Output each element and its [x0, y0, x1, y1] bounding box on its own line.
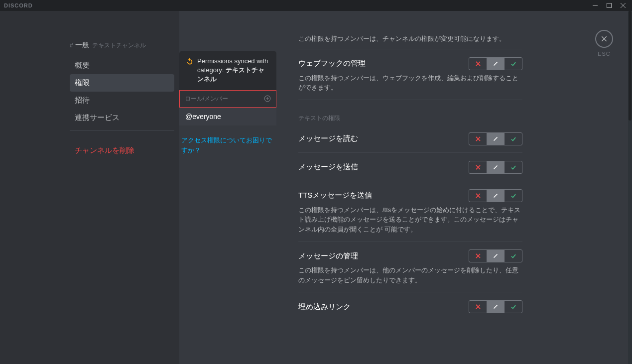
permission-toggle[interactable] — [469, 300, 522, 313]
permission-title: メッセージを読む — [298, 134, 358, 143]
minimize-button[interactable] — [588, 0, 602, 11]
sync-icon — [186, 58, 193, 65]
titlebar: DISCORD — [0, 0, 632, 11]
channel-header: # 一般 テキストチャンネル — [70, 41, 174, 50]
toggle-deny[interactable] — [469, 57, 487, 70]
permission-title: ウェブフックの管理 — [298, 59, 366, 68]
sidebar-item-invites[interactable]: 招待 — [70, 92, 174, 109]
permission-toggle[interactable] — [469, 132, 522, 145]
channel-name: 一般 — [75, 41, 89, 50]
permission-title: 埋め込みリンク — [298, 302, 351, 312]
app-brand: DISCORD — [4, 2, 33, 8]
toggle-passthrough[interactable] — [487, 161, 505, 174]
permission-title: メッセージを送信 — [298, 162, 358, 172]
permission-toggle[interactable] — [469, 57, 522, 70]
roles-header-label: ロール/メンバー — [185, 95, 228, 103]
settings-sidebar: # 一般 テキストチャンネル 概要 権限 招待 連携サービス チャンネルを削除 — [0, 11, 179, 364]
permissions-help-link[interactable]: アクセス権限についてお困りですか？ — [179, 125, 276, 156]
toggle-deny[interactable] — [469, 161, 487, 174]
toggle-deny[interactable] — [469, 300, 487, 313]
permission-row-embed-links: 埋め込みリンク — [298, 292, 522, 320]
roles-column: Permissions synced with category: テキストチャ… — [179, 11, 276, 364]
toggle-deny[interactable] — [469, 189, 487, 202]
close-settings[interactable]: ESC — [595, 30, 613, 57]
toggle-deny[interactable] — [469, 249, 487, 262]
close-button[interactable] — [616, 0, 630, 11]
roles-members-header[interactable]: ロール/メンバー — [179, 90, 276, 108]
toggle-allow[interactable] — [505, 300, 522, 313]
permissions-section-text: テキストの権限 — [298, 114, 522, 124]
toggle-allow[interactable] — [505, 161, 522, 174]
permissions-sync-notice: Permissions synced with category: テキストチャ… — [179, 51, 276, 90]
permission-row-tts: TTSメッセージを送信 この権限を持つメンバーは、/ttsをメッセージの始めに付… — [298, 181, 522, 242]
role-everyone[interactable]: @everyone — [179, 108, 276, 125]
close-icon[interactable] — [595, 30, 613, 48]
permission-toggle[interactable] — [469, 161, 522, 174]
permission-row-webhooks: ウェブフックの管理 この権限を持つメンバーは、ウェブフックを作成、編集および — [298, 49, 522, 100]
hash-icon: # — [70, 42, 73, 49]
permission-toggle[interactable] — [469, 249, 522, 262]
permission-description: この権限を持つメンバーは、他のメンバーのメッセージを削除したり、任意のメッセージ… — [298, 265, 522, 285]
toggle-allow[interactable] — [505, 57, 522, 70]
permission-description: この権限を持つメンバーは、/ttsをメッセージの始めに付けることで、テキスト読み… — [298, 205, 522, 235]
permission-description: この権限を持つメンバーは、ウェブフックを作成、編集および削除することができます。 — [298, 73, 522, 93]
toggle-allow[interactable] — [505, 132, 522, 145]
channel-subtitle: テキストチャンネル — [92, 41, 146, 50]
svg-rect-0 — [607, 3, 612, 8]
permission-row-read-messages: メッセージを読む — [298, 124, 522, 153]
toggle-passthrough[interactable] — [487, 57, 505, 70]
sidebar-item-overview[interactable]: 概要 — [70, 57, 174, 74]
toggle-deny[interactable] — [469, 132, 487, 145]
toggle-allow[interactable] — [505, 189, 522, 202]
permission-toggle[interactable] — [469, 189, 522, 202]
scrollbar-thumb[interactable] — [629, 11, 632, 121]
toggle-passthrough[interactable] — [487, 132, 505, 145]
toggle-passthrough[interactable] — [487, 300, 505, 313]
sidebar-item-permissions[interactable]: 権限 — [70, 74, 174, 92]
permissions-panel: この権限を持つメンバーは、チャンネルの権限が変更可能になります。 ウェブフックの… — [276, 11, 632, 364]
permission-row-send-messages: メッセージを送信 — [298, 153, 522, 181]
permission-description: この権限を持つメンバーは、チャンネルの権限が変更可能になります。 — [298, 34, 522, 44]
add-role-icon[interactable] — [264, 95, 271, 102]
permission-title: メッセージの管理 — [298, 251, 358, 261]
divider — [70, 130, 174, 131]
scrollbar[interactable] — [628, 11, 632, 364]
toggle-allow[interactable] — [505, 249, 522, 262]
esc-label: ESC — [595, 51, 613, 57]
permission-row-manage-messages: メッセージの管理 この権限を持つメンバーは、他のメンバーのメッセージを削除したり… — [298, 242, 522, 292]
delete-channel-button[interactable]: チャンネルを削除 — [70, 142, 174, 159]
sidebar-item-integrations[interactable]: 連携サービス — [70, 109, 174, 126]
toggle-passthrough[interactable] — [487, 249, 505, 262]
maximize-button[interactable] — [602, 0, 616, 11]
permission-title: TTSメッセージを送信 — [298, 191, 372, 200]
toggle-passthrough[interactable] — [487, 189, 505, 202]
window-controls — [588, 0, 630, 11]
